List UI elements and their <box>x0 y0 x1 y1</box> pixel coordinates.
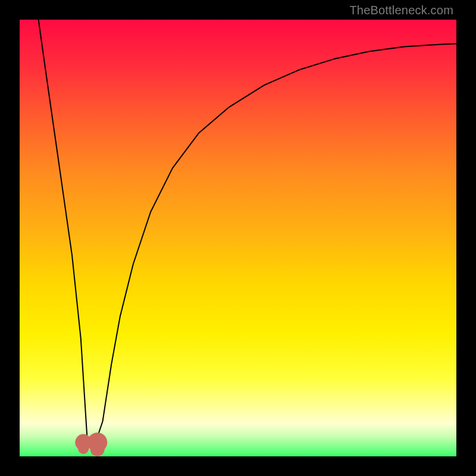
watermark-text: TheBottleneck.com <box>349 4 453 17</box>
plot-area <box>20 20 456 456</box>
marker-optimal-end <box>87 433 107 452</box>
bottleneck-curve <box>39 20 456 441</box>
chart-overlay <box>20 20 456 456</box>
optimal-markers <box>75 433 107 456</box>
outer-frame: TheBottleneck.com <box>0 0 476 476</box>
